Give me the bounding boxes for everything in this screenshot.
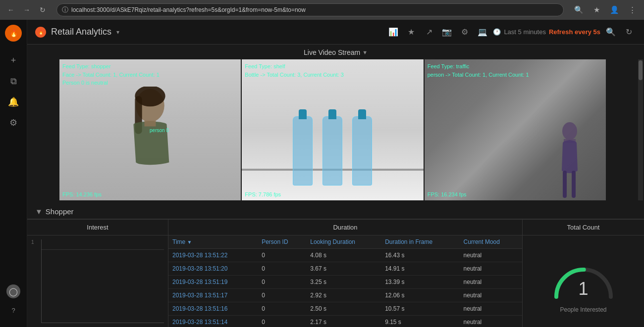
bottle-2 bbox=[322, 116, 342, 186]
col-time[interactable]: Time ▼ bbox=[168, 235, 258, 249]
avatar[interactable]: ◯ bbox=[6, 284, 20, 298]
table-row: 2019-03-28 13:51:16 0 2.50 s 10.57 s neu… bbox=[168, 302, 522, 316]
video-scrollbar[interactable] bbox=[638, 59, 643, 200]
cam2-details: Bottle -> Total Count: 3, Current Count:… bbox=[245, 71, 343, 79]
url-text: localhost:3000/d/ASkE7Rqiz/retail-analyt… bbox=[71, 6, 306, 13]
cell-looking: 3.25 s bbox=[306, 276, 381, 289]
bookmark-btn[interactable]: ★ bbox=[590, 3, 603, 17]
refresh-label[interactable]: Refresh every 5s bbox=[549, 28, 600, 36]
cell-in-frame: 13.39 s bbox=[381, 276, 459, 289]
sort-icon: ▼ bbox=[187, 239, 192, 245]
cell-in-frame: 9.15 s bbox=[381, 316, 459, 327]
sidebar-item-dashboard[interactable]: ⧉ bbox=[4, 72, 22, 90]
traffic-person bbox=[554, 121, 586, 200]
table-body: 2019-03-28 13:51:22 0 4.08 s 16.43 s neu… bbox=[168, 249, 522, 327]
reload-button[interactable]: ↻ bbox=[37, 4, 49, 16]
cell-time: 2019-03-28 13:51:22 bbox=[168, 249, 258, 262]
cell-person-id: 0 bbox=[258, 249, 306, 262]
duration-title: Duration bbox=[168, 220, 522, 235]
forward-button[interactable]: → bbox=[21, 4, 33, 16]
camera-traffic: Feed Type: traffic person -> Total Count… bbox=[425, 59, 606, 200]
cam1-feed-type: Feed Type: shopper bbox=[62, 62, 160, 71]
table-row: 2019-03-28 13:51:14 0 2.17 s 9.15 s neut… bbox=[168, 316, 522, 327]
snapshot-btn[interactable]: 📷 bbox=[439, 25, 454, 40]
people-interested-label: People Interested bbox=[560, 306, 606, 313]
avatar-icon: ◯ bbox=[9, 287, 18, 296]
cell-looking: 3.67 s bbox=[306, 262, 381, 276]
dashboard-icon: ⧉ bbox=[10, 76, 17, 87]
cam1-overlay: Feed Type: shopper Face -> Total Count: … bbox=[62, 62, 160, 87]
logo-icon: 🔥 bbox=[9, 29, 18, 37]
table-row: 2019-03-28 13:51:20 0 3.67 s 14.91 s neu… bbox=[168, 262, 522, 276]
col-mood[interactable]: Current Mood bbox=[460, 235, 522, 249]
shopper-title: Shopper bbox=[46, 207, 74, 216]
cam3-fps: FPS: 16.234 fps bbox=[428, 191, 467, 197]
gauge: 1 bbox=[549, 255, 618, 299]
account-btn[interactable]: 👤 bbox=[607, 3, 621, 17]
sidebar-item-settings[interactable]: ⚙ bbox=[4, 114, 22, 132]
cam1-extra: Person 0 is neutral bbox=[62, 79, 160, 87]
gauge-value: 1 bbox=[578, 279, 588, 299]
y-axis: 1 bbox=[31, 239, 34, 317]
cam1-fps: FPS: 14.236 fps bbox=[62, 191, 102, 197]
bottom-wrapper: ▼ Shopper Interest 1 bbox=[27, 202, 644, 327]
header-logo-icon: 🔥 bbox=[38, 30, 44, 35]
app-logo[interactable]: 🔥 bbox=[5, 25, 22, 42]
video-header: Live Video Stream ▼ bbox=[27, 48, 644, 56]
cell-time: 2019-03-28 13:51:19 bbox=[168, 276, 258, 289]
settings-btn[interactable]: ⚙ bbox=[457, 25, 472, 40]
table-row: 2019-03-28 13:51:22 0 4.08 s 16.43 s neu… bbox=[168, 249, 522, 262]
chart-type-btn[interactable]: 📊 bbox=[386, 25, 401, 40]
sidebar-item-add[interactable]: + bbox=[4, 51, 22, 69]
cell-person-id: 0 bbox=[258, 289, 306, 302]
cam1-person-label: person 0 bbox=[150, 127, 169, 133]
video-dropdown-icon[interactable]: ▼ bbox=[362, 49, 368, 55]
interest-chart: 1 bbox=[27, 235, 168, 327]
bottles bbox=[293, 116, 372, 186]
cell-in-frame: 16.43 s bbox=[381, 249, 459, 262]
table-row: 2019-03-28 13:51:19 0 3.25 s 13.39 s neu… bbox=[168, 276, 522, 289]
total-count-content: 1 People Interested bbox=[523, 235, 644, 327]
cell-mood: neutral bbox=[460, 289, 522, 302]
title-dropdown-icon[interactable]: ▾ bbox=[116, 29, 119, 36]
cell-in-frame: 10.57 s bbox=[381, 302, 459, 316]
shopper-collapse-icon[interactable]: ▼ bbox=[35, 207, 43, 216]
cell-in-frame: 12.06 s bbox=[381, 289, 459, 302]
col-in-frame[interactable]: Duration in Frame bbox=[381, 235, 459, 249]
col-looking[interactable]: Looking Duration bbox=[306, 235, 381, 249]
col-person-id[interactable]: Person ID bbox=[258, 235, 306, 249]
gear-icon: ⚙ bbox=[9, 117, 17, 128]
sidebar-item-notifications[interactable]: 🔔 bbox=[4, 93, 22, 111]
cell-mood: neutral bbox=[460, 276, 522, 289]
star-btn[interactable]: ★ bbox=[404, 25, 419, 40]
person-silhouette bbox=[106, 87, 195, 200]
cam2-fps: FPS: 7.786 fps bbox=[245, 191, 281, 197]
share-btn[interactable]: ↗ bbox=[422, 25, 436, 40]
video-title: Live Video Stream bbox=[304, 48, 360, 56]
menu-btn[interactable]: ⋮ bbox=[625, 3, 639, 17]
cell-time: 2019-03-28 13:51:17 bbox=[168, 289, 258, 302]
browser-chrome: ← → ↻ ⓘ localhost:3000/d/ASkE7Rqiz/retai… bbox=[0, 0, 644, 20]
help-icon: ? bbox=[11, 307, 15, 314]
search-browser-btn[interactable]: 🔍 bbox=[572, 3, 586, 17]
cell-person-id: 0 bbox=[258, 316, 306, 327]
monitor-btn[interactable]: 💻 bbox=[475, 25, 490, 40]
panel-interest: Interest 1 bbox=[27, 220, 168, 327]
video-section: Live Video Stream ▼ Feed Type: shopper F… bbox=[27, 45, 644, 202]
bottom-section: Interest 1 Duration bbox=[27, 219, 644, 327]
cell-time: 2019-03-28 13:51:20 bbox=[168, 262, 258, 276]
cell-looking: 2.92 s bbox=[306, 289, 381, 302]
back-button[interactable]: ← bbox=[5, 4, 17, 16]
shopper-header: ▼ Shopper bbox=[27, 202, 644, 219]
refresh-btn[interactable]: ↻ bbox=[621, 25, 636, 40]
clock-icon: 🕐 bbox=[493, 28, 501, 36]
sidebar-item-help[interactable]: ? bbox=[4, 301, 22, 319]
cell-looking: 2.17 s bbox=[306, 316, 381, 327]
duration-table-scroll[interactable]: Time ▼ Person ID Looking Duration Durati… bbox=[168, 235, 522, 327]
sidebar: 🔥 + ⧉ 🔔 ⚙ ◯ ? bbox=[0, 20, 27, 327]
time-range-label: Last 5 minutes bbox=[504, 28, 546, 36]
search-btn[interactable]: 🔍 bbox=[603, 25, 618, 40]
scrollbar-thumb[interactable] bbox=[639, 60, 643, 80]
svg-rect-3 bbox=[145, 121, 156, 127]
svg-point-4 bbox=[562, 122, 577, 140]
